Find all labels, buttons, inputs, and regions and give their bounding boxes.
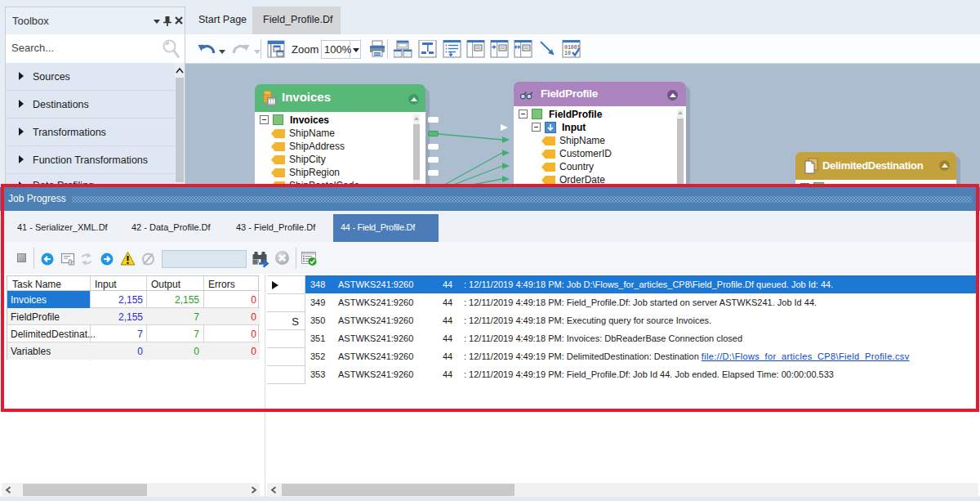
- svg-text:10: 10: [564, 51, 571, 56]
